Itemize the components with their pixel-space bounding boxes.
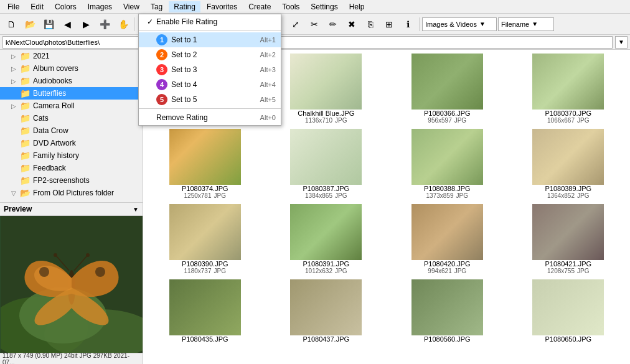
images-videos-arrow: ▼	[479, 21, 486, 27]
set-to-2-item[interactable]: 2 Set to 2 Alt+2	[139, 47, 281, 62]
sidebar-item-camera-roll[interactable]: ▷ 📁 Camera Roll	[0, 100, 143, 112]
folder-icon: 📁	[20, 151, 31, 161]
toolbar-btn-edit[interactable]: ✏	[324, 16, 342, 32]
thumb-item-4[interactable]: P1080374.JPG 1250x781 JPG	[146, 128, 265, 200]
thumb-dims-6: 1373x859	[426, 192, 454, 199]
thumb-item-3[interactable]: P1080370.JPG 1066x667 JPG	[509, 52, 628, 125]
thumb-item-8[interactable]: P1080390.JPG 1180x737 JPG	[146, 203, 265, 276]
thumb-img-13	[290, 279, 362, 335]
thumb-name-13: P1080437.JPG	[303, 335, 349, 343]
folder-icon: 📁	[20, 88, 31, 98]
thumb-meta-9: 1012x632 JPG	[305, 268, 347, 274]
thumb-item-14[interactable]: P1080560.JPG	[388, 278, 507, 344]
thumb-img-5	[290, 129, 362, 185]
toolbar-btn-new[interactable]: 🗋	[2, 16, 20, 32]
sidebar-item-butterflies[interactable]: 📁 Butterflies	[0, 87, 143, 100]
toolbar-btn-resize[interactable]: ⤢	[287, 16, 304, 32]
thumb-img-3	[532, 54, 604, 110]
sidebar-item-family-history[interactable]: 📁 Family history	[0, 149, 143, 162]
set-to-1-item[interactable]: 1 Set to 1 Alt+1	[139, 32, 281, 47]
thumb-item-13[interactable]: P1080437.JPG	[267, 278, 386, 344]
menu-tag[interactable]: Tag	[146, 1, 167, 12]
toolbar-btn-next[interactable]: ▶	[77, 16, 95, 32]
thumb-type-7: JPG	[577, 192, 589, 199]
menu-favorites[interactable]: Favorites	[202, 1, 242, 12]
folder-icon: 📁	[20, 76, 31, 86]
menu-help[interactable]: Help	[344, 1, 370, 12]
sidebar-item-2021[interactable]: ▷ 📁 2021	[0, 50, 143, 62]
thumb-item-2[interactable]: P1080366.JPG 956x597 JPG	[388, 52, 507, 125]
thumb-item-10[interactable]: P1080420.JPG 994x621 JPG	[388, 203, 507, 276]
thumb-name-1: Chalkhill Blue.JPG	[298, 110, 354, 117]
toolbar-btn-open[interactable]: 📂	[21, 16, 39, 32]
sidebar-item-album-covers[interactable]: ▷ 📁 Album covers	[0, 62, 143, 75]
preview-status: 1187 x 749 (0.90 MP) 24bit JPG 297KB 202…	[0, 353, 143, 364]
sidebar-item-feedback[interactable]: 📁 Feedback	[0, 162, 143, 174]
thumb-name-11: P1080421.JPG	[545, 260, 591, 268]
thumb-name-14: P1080560.JPG	[424, 335, 471, 343]
sidebar-item-label: Family history	[33, 151, 79, 160]
menu-images[interactable]: Images	[83, 1, 117, 12]
folder-icon: 📁	[20, 175, 31, 185]
filename-dropdown[interactable]: Filename ▼	[498, 17, 554, 31]
thumb-item-5[interactable]: P1080387.JPG 1384x865 JPG	[267, 128, 386, 200]
thumb-item-12[interactable]: P1080435.JPG	[146, 278, 265, 344]
thumb-dims-2: 956x597	[428, 117, 451, 124]
thumb-item-1[interactable]: Chalkhill Blue.JPG 1136x710 JPG	[267, 52, 386, 125]
toolbar-btn-info[interactable]: ℹ	[399, 16, 416, 32]
sidebar-item-fp2[interactable]: 📁 FP2-screenshots	[0, 174, 143, 187]
set-to-5-item[interactable]: 5 Set to 5 Alt+5	[139, 92, 281, 107]
thumb-meta-5: 1384x865 JPG	[305, 192, 347, 199]
rating-num-3: 3	[156, 64, 167, 75]
sidebar-item-from-old[interactable]: ▽ 📂 From Old Pictures folder	[0, 187, 143, 199]
sidebar-item-cats[interactable]: 📁 Cats	[0, 112, 143, 124]
toolbar-btn-add[interactable]: ➕	[96, 16, 113, 32]
thumb-item-7[interactable]: P1080389.JPG 1364x852 JPG	[509, 128, 628, 200]
thumb-img-2	[411, 54, 483, 110]
sidebar-item-dvd-artwork[interactable]: 📁 DVD Artwork	[0, 137, 143, 149]
remove-rating-item[interactable]: Remove Rating Alt+0	[139, 110, 281, 125]
toolbar-btn-prev[interactable]: ◀	[59, 16, 76, 32]
thumb-img-8	[169, 204, 241, 260]
thumb-img-7	[532, 129, 604, 185]
set-to-3-shortcut: Alt+3	[260, 66, 276, 73]
menu-settings[interactable]: Settings	[306, 1, 342, 12]
toolbar-btn-grid2[interactable]: ⊞	[380, 16, 398, 32]
thumb-item-11[interactable]: P1080421.JPG 1208x755 JPG	[509, 203, 628, 276]
path-input[interactable]	[2, 36, 613, 49]
sidebar-item-data-crow[interactable]: 📁 Data Crow	[0, 124, 143, 137]
path-dropdown-btn[interactable]: ▼	[615, 36, 628, 49]
menu-tools[interactable]: Tools	[277, 1, 304, 12]
thumb-type-11: JPG	[577, 268, 589, 274]
enable-rating-item[interactable]: ✓ Enable File Rating	[139, 14, 281, 29]
toolbar-btn-copy[interactable]: ⎘	[362, 16, 379, 32]
thumb-img-9	[290, 204, 362, 260]
preview-toggle[interactable]: ▼	[133, 206, 139, 213]
menu-rating[interactable]: Rating	[169, 1, 200, 12]
menu-create[interactable]: Create	[243, 1, 276, 12]
images-videos-dropdown[interactable]: Images & Videos ▼	[422, 17, 497, 31]
thumb-name-6: P1080388.JPG	[424, 185, 471, 192]
folder-icon: 📂	[20, 188, 31, 198]
menu-colors[interactable]: Colors	[50, 1, 82, 12]
set-to-3-item[interactable]: 3 Set to 3 Alt+3	[139, 62, 281, 77]
svg-point-6	[95, 267, 105, 277]
menu-file[interactable]: File	[2, 1, 24, 12]
menu-view[interactable]: View	[118, 1, 144, 12]
check-icon: ✓	[144, 17, 156, 26]
toolbar-btn-save[interactable]: 💾	[40, 16, 57, 32]
menu-edit[interactable]: Edit	[26, 1, 49, 12]
toolbar-btn-hand[interactable]: ✋	[115, 16, 132, 32]
sidebar-item-audiobooks[interactable]: ▷ 📁 Audiobooks	[0, 75, 143, 87]
set-to-4-shortcut: Alt+4	[260, 81, 276, 88]
thumb-dims-5: 1384x865	[305, 192, 332, 199]
toolbar-btn-delete[interactable]: ✖	[343, 16, 360, 32]
thumb-item-9[interactable]: P1080391.JPG 1012x632 JPG	[267, 203, 386, 276]
set-to-4-item[interactable]: 4 Set to 4 Alt+4	[139, 77, 281, 92]
thumb-img-10	[411, 204, 483, 260]
toolbar-btn-crop[interactable]: ✂	[306, 16, 323, 32]
thumb-item-6[interactable]: P1080388.JPG 1373x859 JPG	[388, 128, 507, 200]
set-to-5-shortcut: Alt+5	[260, 96, 276, 103]
thumb-dims-3: 1066x667	[547, 117, 575, 124]
thumb-item-15[interactable]: P1080650.JPG	[509, 278, 628, 344]
